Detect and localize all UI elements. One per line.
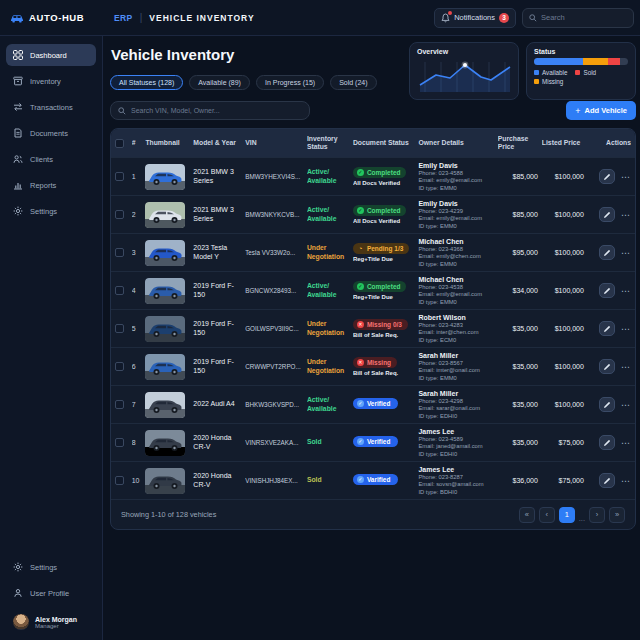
notifications-label: Notifications — [454, 13, 495, 22]
edit-button[interactable] — [599, 169, 615, 184]
page-next-button[interactable]: › — [589, 507, 605, 523]
more-actions-button[interactable]: ⋯ — [621, 210, 631, 220]
sidebar-item-clients[interactable]: Clients — [6, 148, 96, 170]
doc-status-icon: ◔ — [357, 245, 364, 252]
search-icon — [529, 14, 537, 22]
purchase-price: $35,000 — [498, 439, 541, 446]
notifications-button[interactable]: Notifications 3 — [434, 8, 516, 28]
table-row[interactable]: 7 2022 Audi A4 BHKW3GKVSPD... Active/ Av… — [111, 385, 635, 423]
page-first-button[interactable]: « — [519, 507, 535, 523]
sidebar-item-settings[interactable]: Settings — [6, 200, 96, 222]
vehicle-thumbnail — [145, 392, 185, 418]
doc-substatus: Reg+Title Due — [353, 256, 393, 262]
breadcrumb-app[interactable]: ERP — [114, 13, 133, 23]
inventory-status: Active/ Available — [307, 282, 352, 299]
breadcrumb: ERP | VEHICLE INVENTORY — [103, 12, 255, 23]
edit-button[interactable] — [599, 359, 615, 374]
owner-name: Emily Davis — [418, 161, 496, 170]
more-actions-button[interactable]: ⋯ — [621, 362, 631, 372]
add-vehicle-button[interactable]: + Add Vehicle — [566, 101, 636, 120]
row-checkbox[interactable] — [115, 172, 124, 181]
pencil-icon — [603, 249, 611, 257]
sidebar-item-transactions[interactable]: Transactions — [6, 96, 96, 118]
page-1-button[interactable]: 1 — [559, 507, 575, 523]
edit-button[interactable] — [599, 321, 615, 336]
inventory-status: Active/ Available — [307, 396, 352, 413]
filter-all-statuses[interactable]: All Statuses (128) — [110, 75, 183, 90]
edit-button[interactable] — [599, 283, 615, 298]
edit-button[interactable] — [599, 245, 615, 260]
sidebar-footer-settings[interactable]: Settings — [6, 556, 96, 578]
row-checkbox[interactable] — [115, 476, 124, 485]
sidebar-footer-user-profile[interactable]: User Profile — [6, 582, 96, 604]
row-checkbox[interactable] — [115, 286, 124, 295]
table-row[interactable]: 3 2023 Tesla Model Y Tesla VV33W2o... Un… — [111, 233, 635, 271]
more-actions-button[interactable]: ⋯ — [621, 286, 631, 296]
table-row[interactable]: 6 2019 Ford F-150 CRWWPVT2RPO... Under N… — [111, 347, 635, 385]
topbar: AUTO-HUB ERP | VEHICLE INVENTORY Notific… — [0, 0, 640, 36]
sidebar-item-reports[interactable]: Reports — [6, 174, 96, 196]
vehicle-model: 2019 Ford F-150 — [193, 320, 244, 338]
row-checkbox[interactable] — [115, 248, 124, 257]
sidebar-item-documents[interactable]: Documents — [6, 122, 96, 144]
global-search-input[interactable] — [541, 13, 627, 22]
table-row[interactable]: 10 2020 Honda CR-V VINISHJHJ84EX... Sold — [111, 461, 635, 499]
edit-button[interactable] — [599, 207, 615, 222]
filter-available[interactable]: Available (89) — [189, 75, 250, 90]
row-checkbox[interactable] — [115, 400, 124, 409]
table-row[interactable]: 2 2021 BMW 3 Series BMW3NKYKCVB... Activ… — [111, 195, 635, 233]
table-row[interactable]: 1 2021 BMW 3 Series BMW3YHEXVI4S... Acti… — [111, 157, 635, 195]
more-actions-button[interactable]: ⋯ — [621, 324, 631, 334]
listed-price: $100,000 — [542, 325, 589, 332]
edit-button[interactable] — [599, 435, 615, 450]
doc-pill: ✕ Missing 0/3 — [353, 319, 408, 330]
doc-pill: ◔ Pending 1/3 — [353, 243, 409, 254]
more-actions-button[interactable]: ⋯ — [621, 476, 631, 486]
document-icon — [13, 128, 23, 138]
table-row[interactable]: 4 2019 Ford F-150 BGNCWX28493... Active/… — [111, 271, 635, 309]
select-all-checkbox[interactable] — [115, 139, 124, 148]
edit-button[interactable] — [599, 397, 615, 412]
table-row[interactable]: 5 2019 Ford F-150 GOILWSPV3II9C... Under… — [111, 309, 635, 347]
notifications-badge: 3 — [499, 13, 509, 23]
doc-status-icon: ✓ — [357, 169, 364, 176]
row-checkbox[interactable] — [115, 362, 124, 371]
car-logo-icon — [10, 13, 24, 23]
owner-phone: Phone: 023-4368 — [418, 246, 496, 254]
col-model-year: Model & Year — [193, 139, 244, 147]
table-search-input[interactable] — [131, 107, 302, 114]
page-prev-button[interactable]: ‹ — [539, 507, 555, 523]
doc-substatus: Bill of Sale Req. — [353, 370, 398, 376]
vehicle-model: 2021 BMW 3 Series — [193, 206, 244, 224]
doc-status-icon: ✕ — [357, 359, 364, 366]
user-card[interactable]: Alex Morgan Manager — [6, 608, 96, 630]
legend-sold: Sold — [575, 69, 596, 76]
edit-button[interactable] — [599, 473, 615, 488]
row-checkbox[interactable] — [115, 438, 124, 447]
sidebar-item-dashboard[interactable]: Dashboard — [6, 44, 96, 66]
doc-substatus: Reg+Title Due — [353, 294, 393, 300]
owner-id-type: ID type: EMM0 — [418, 223, 496, 231]
more-actions-button[interactable]: ⋯ — [621, 248, 631, 258]
vehicle-vin: BMW3NKYKCVB... — [245, 211, 306, 218]
inventory-status: Active/ Available — [307, 206, 352, 223]
purchase-price: $85,000 — [498, 173, 541, 180]
more-actions-button[interactable]: ⋯ — [621, 400, 631, 410]
clients-icon — [13, 154, 23, 164]
sidebar-item-inventory[interactable]: Inventory — [6, 70, 96, 92]
vehicle-vin: Tesla VV33W2o... — [245, 249, 306, 256]
filter-sold[interactable]: Sold (24) — [330, 75, 376, 90]
table-body: 1 2021 BMW 3 Series BMW3YHEXVI4S... Acti… — [111, 157, 635, 499]
dashboard-icon — [13, 50, 23, 60]
table-row[interactable]: 8 2020 Honda CR-V VINRSXVE2AKA... Sold — [111, 423, 635, 461]
more-actions-button[interactable]: ⋯ — [621, 172, 631, 182]
gear-icon — [13, 562, 23, 572]
user-icon — [13, 588, 23, 598]
global-search — [522, 8, 634, 28]
row-checkbox[interactable] — [115, 324, 124, 333]
row-checkbox[interactable] — [115, 210, 124, 219]
filter-in-progress[interactable]: In Progress (15) — [256, 75, 324, 90]
overview-sparkline-chart — [417, 58, 513, 94]
page-last-button[interactable]: » — [609, 507, 625, 523]
more-actions-button[interactable]: ⋯ — [621, 438, 631, 448]
